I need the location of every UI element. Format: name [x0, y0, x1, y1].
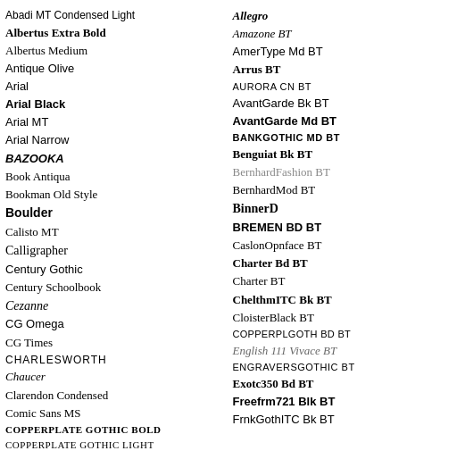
font-list-item[interactable]: Abadi MT Condensed Light	[5, 7, 226, 24]
font-list-item[interactable]: BREMEN BD BT	[233, 219, 453, 237]
font-list-item[interactable]: Calisto MT	[5, 223, 226, 241]
font-list-item[interactable]: Benguiat Bk BT	[233, 146, 453, 163]
font-list-item[interactable]: CG Times	[5, 334, 226, 352]
font-list-item[interactable]: BernhardMod BT	[233, 181, 453, 199]
right-column: AllegroAmazone BTAmerType Md BTArrus BTA…	[233, 7, 461, 453]
font-list-item[interactable]: English 111 Vivace BT	[233, 342, 453, 360]
font-list-item[interactable]: Freefrm721 Blk BT	[233, 393, 453, 411]
font-list-item[interactable]: CopperplGoth Bd BT	[233, 327, 453, 342]
font-list-item[interactable]: Charter Bd BT	[233, 255, 453, 272]
font-list-item[interactable]: CaslonOpnface BT	[233, 237, 453, 255]
font-list-item[interactable]: BinnerD	[233, 199, 453, 219]
font-list-item[interactable]: BernhardFashion BT	[233, 163, 453, 181]
font-list-item[interactable]: Cezanne	[5, 296, 226, 316]
font-list-item[interactable]: Arial Narrow	[5, 131, 226, 149]
font-list-item[interactable]: Arial Black	[5, 96, 226, 113]
font-list-item[interactable]: Aurora Cn BT	[233, 79, 453, 95]
font-list-item[interactable]: CHARLESWORTH	[5, 352, 226, 369]
font-list-item[interactable]: Arial MT	[5, 113, 226, 131]
font-list-item[interactable]: CloisterBlack BT	[233, 309, 453, 327]
font-list-item[interactable]: ChelthmITC Bk BT	[233, 291, 453, 309]
font-list-item[interactable]: Copperplate Gothic Light	[5, 438, 226, 453]
font-list: Abadi MT Condensed LightAlbertus Extra B…	[5, 7, 460, 453]
font-list-item[interactable]: AmerType Md BT	[233, 43, 453, 61]
font-list-item[interactable]: Comic Sans MS	[5, 405, 226, 422]
font-list-item[interactable]: FrnkGothITC Bk BT	[233, 411, 453, 429]
font-list-item[interactable]: Calligrapher	[5, 241, 226, 261]
left-column: Abadi MT Condensed LightAlbertus Extra B…	[5, 7, 233, 453]
font-list-item[interactable]: Arial	[5, 78, 226, 96]
font-list-item[interactable]: Arrus BT	[233, 61, 453, 79]
font-list-item[interactable]: Amazone BT	[233, 25, 453, 43]
font-list-item[interactable]: Century Gothic	[5, 261, 226, 279]
font-list-item[interactable]: EngraversGothic BT	[233, 360, 453, 375]
font-list-item[interactable]: Copperplate Gothic Bold	[5, 422, 226, 438]
font-list-item[interactable]: Albertus Extra Bold	[5, 24, 226, 42]
font-list-item[interactable]: Exotc350 Bd BT	[233, 375, 453, 393]
font-list-item[interactable]: Century Schoolbook	[5, 279, 226, 296]
font-list-item[interactable]: Antique Olive	[5, 60, 226, 78]
font-list-item[interactable]: Chaucer	[5, 368, 226, 386]
font-list-item[interactable]: BankGothic Md BT	[233, 130, 453, 146]
font-list-item[interactable]: AvantGarde Md BT	[233, 113, 453, 130]
font-list-item[interactable]: Boulder	[5, 204, 226, 223]
font-list-item[interactable]: Bookman Old Style	[5, 186, 226, 204]
font-list-item[interactable]: Book Antiqua	[5, 168, 226, 186]
font-list-item[interactable]: Albertus Medium	[5, 42, 226, 60]
font-list-item[interactable]: BAZOOKA	[5, 150, 226, 168]
font-list-item[interactable]: AvantGarde Bk BT	[233, 95, 453, 113]
font-list-item[interactable]: Clarendon Condensed	[5, 387, 226, 405]
font-list-item[interactable]: Allegro	[233, 7, 453, 25]
font-list-item[interactable]: Charter BT	[233, 272, 453, 290]
font-list-item[interactable]: CG Omega	[5, 315, 226, 333]
